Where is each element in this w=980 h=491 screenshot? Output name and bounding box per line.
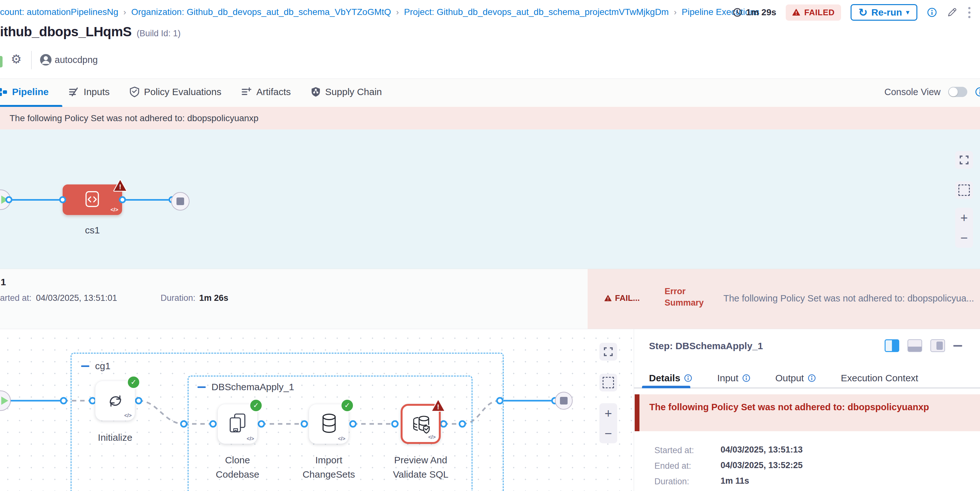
- zoom-in-button[interactable]: +: [605, 407, 612, 420]
- triggered-by-user: autocdpng: [55, 55, 98, 65]
- pipeline-title-row: ithub_dbops_LHqmS (Build Id: 1): [0, 24, 181, 40]
- layout-floating-icon[interactable]: [931, 339, 945, 352]
- success-badge-icon: ✓: [128, 377, 139, 388]
- top-header: count: automationPipelinesNg › Organizat…: [0, 0, 980, 24]
- play-icon: [1, 397, 8, 405]
- error-badge-icon: !: [431, 399, 446, 413]
- tab-artifacts[interactable]: Artifacts: [241, 86, 291, 97]
- tab-policy-evaluations[interactable]: Policy Evaluations: [129, 86, 221, 97]
- policy-warning-banner: The following Policy Set was not adhered…: [0, 107, 980, 129]
- error-summary-text: The following Policy Set was not adhered…: [723, 293, 974, 304]
- stage-node-cs1[interactable]: </> !: [63, 184, 122, 215]
- edge-port: [59, 196, 66, 203]
- step-label-clone-codebase: Clone Codebase: [206, 453, 269, 481]
- step-node-preview-validate-sql[interactable]: </> !: [401, 404, 441, 444]
- svg-text:!: !: [119, 183, 121, 191]
- info-icon[interactable]: [684, 374, 692, 382]
- tab-details[interactable]: Details: [649, 373, 692, 383]
- console-view-toggle[interactable]: [948, 87, 967, 97]
- step-details-panel: Step: DBSchemaApply_1 Details Input Outp…: [634, 329, 980, 491]
- layout-bottom-icon[interactable]: [907, 339, 922, 352]
- custom-stage-icon: [82, 189, 102, 209]
- more-options-menu-icon[interactable]: [967, 6, 972, 19]
- refresh-icon: ↻: [859, 7, 868, 18]
- active-tab-underline: [642, 386, 690, 388]
- tab-output[interactable]: Output: [775, 373, 816, 383]
- breadcrumb-account[interactable]: count: automationPipelinesNg: [0, 7, 118, 17]
- elapsed-time: 1m 29s: [733, 7, 776, 17]
- user-avatar-icon: [40, 53, 52, 66]
- group-cg1-label: cg1: [95, 361, 110, 372]
- error-summary-label: Error Summary: [665, 286, 716, 309]
- tab-execution-context[interactable]: Execution Context: [841, 373, 918, 383]
- ended-at-label: Ended at:: [654, 461, 691, 471]
- edge: [123, 199, 172, 201]
- fullscreen-button[interactable]: [955, 151, 973, 169]
- zoom-out-button[interactable]: −: [605, 427, 612, 440]
- execution-tabbar: Pipeline Inputs Policy Evaluations Artif…: [0, 79, 980, 107]
- database-validate-icon: [410, 413, 432, 435]
- zoom-controls: + −: [600, 403, 617, 443]
- collapse-group-icon[interactable]: [197, 386, 206, 388]
- step-error-message-box: The following Policy Set was not adhered…: [635, 394, 980, 431]
- console-view-cluster: Console View: [884, 79, 980, 105]
- step-graph-canvas[interactable]: cg1 DBSchemaApply_1 </> ✓ Initialize </>…: [0, 329, 634, 491]
- tab-pipeline[interactable]: Pipeline: [0, 86, 49, 97]
- policy-shield-icon: [129, 86, 140, 97]
- select-icon: [958, 184, 970, 196]
- info-icon[interactable]: [742, 374, 751, 382]
- duration-value: 1m 11s: [721, 476, 749, 486]
- status-badge: FAILED: [786, 5, 841, 21]
- step-node-import-changesets[interactable]: </> ✓: [309, 404, 349, 444]
- multi-select-button[interactable]: [600, 373, 617, 391]
- initialize-sync-icon: [106, 391, 125, 410]
- edit-pencil-icon[interactable]: [947, 7, 958, 18]
- clone-codebase-icon: [228, 413, 248, 434]
- zoom-in-button[interactable]: +: [960, 211, 967, 224]
- tab-inputs[interactable]: Inputs: [68, 86, 110, 97]
- stage-duration: Duration: 1m 26s: [161, 293, 228, 303]
- code-glyph: </>: [247, 436, 254, 442]
- breadcrumb-separator: ›: [396, 7, 399, 17]
- stage-error-section: FAIL... Error Summary The following Poli…: [588, 269, 980, 329]
- warning-icon: [604, 295, 612, 302]
- zoom-out-button[interactable]: −: [960, 232, 967, 244]
- tab-supply-chain[interactable]: Supply Chain: [311, 86, 382, 97]
- supply-chain-shield-icon: [311, 86, 321, 97]
- edge-port: [5, 196, 13, 203]
- breadcrumb-organization[interactable]: Organization: Github_db_devops_aut_db_sc…: [131, 7, 391, 17]
- stage-name: 1: [1, 276, 6, 288]
- code-glyph: </>: [110, 207, 118, 213]
- tab-input[interactable]: Input: [717, 373, 751, 383]
- svg-text:!: !: [437, 403, 439, 411]
- step-node-clone-codebase[interactable]: </> ✓: [218, 404, 258, 444]
- zoom-controls: + −: [955, 208, 973, 248]
- header-actions: 1m 29s FAILED ↻ Re-run ▾: [733, 3, 972, 22]
- step-node-initialize[interactable]: </> ✓: [95, 381, 135, 421]
- group-dbschema-label: DBSchemaApply_1: [212, 381, 294, 392]
- code-glyph: </>: [428, 434, 436, 440]
- multi-select-button[interactable]: [955, 181, 973, 199]
- collapse-group-icon[interactable]: [81, 365, 89, 367]
- stop-icon: [177, 197, 184, 205]
- warning-icon: [792, 9, 800, 16]
- breadcrumb: count: automationPipelinesNg › Organizat…: [0, 7, 759, 17]
- breadcrumb-project[interactable]: Project: Github_db_devops_aut_db_schema_…: [404, 7, 669, 17]
- step-label-import-changesets: Import ChangeSets: [291, 453, 367, 481]
- stage-graph-canvas[interactable]: </> ! cs1 + −: [0, 129, 980, 269]
- info-icon[interactable]: [808, 374, 816, 382]
- layout-split-right-icon[interactable]: [885, 339, 899, 352]
- artifacts-icon: [241, 87, 252, 97]
- rerun-button[interactable]: ↻ Re-run ▾: [851, 4, 917, 21]
- fullscreen-button[interactable]: [600, 343, 617, 361]
- stage-fail-badge: FAIL...: [604, 293, 640, 303]
- pipeline-meta-row: ⚙ autocdpng: [0, 50, 980, 71]
- info-icon[interactable]: [975, 87, 980, 97]
- error-badge-icon: !: [113, 179, 128, 193]
- gear-icon[interactable]: ⚙: [11, 52, 22, 66]
- step-panel-tabs: Details Input Output Execution Context: [649, 368, 918, 388]
- inputs-icon: [68, 87, 79, 97]
- minimize-panel-icon[interactable]: [953, 345, 962, 346]
- code-glyph: </>: [338, 436, 345, 442]
- info-icon[interactable]: [927, 7, 937, 17]
